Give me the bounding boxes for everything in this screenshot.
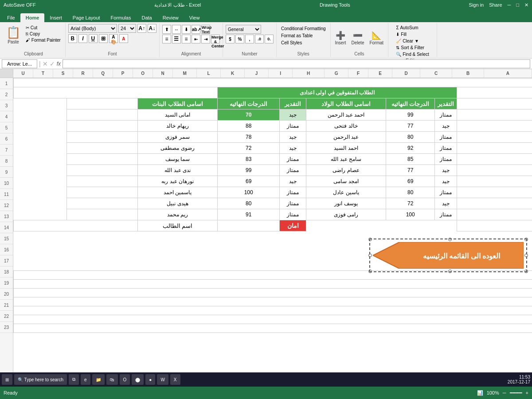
close-icon[interactable]: ✕ [524,2,528,8]
title-row: الطلاب المتفوقين في اولى اعدادى [14,87,532,98]
name-box[interactable] [2,59,37,68]
delete-button[interactable]: ➖ Delete [350,30,366,46]
taskview-button[interactable]: ⧉ [69,374,79,385]
zoom-in-icon[interactable]: + [526,390,528,395]
edge-button[interactable]: e [81,374,90,385]
align-left-button[interactable]: ≡ [162,35,171,43]
align-top-button[interactable]: ⬆ [162,25,171,34]
grid-area: U T S R Q P O N M L K J I H G F E D C B … [13,69,532,387]
empty-row [14,270,532,279]
merge-center-button[interactable]: Merge & Center [211,35,220,43]
tab-page-layout[interactable]: Page Layout [67,13,106,22]
taskbar-time: 11:53 2017-12-17 [508,375,530,384]
store-button[interactable]: 🛍 [106,374,118,385]
percent-button[interactable]: % [235,35,244,43]
header-row: التقدير الدرجات النهائيه اسامى الطلاب ال… [14,98,532,110]
table-row: جيد 69 امجد سامى جيد 69 نورهان عبد ربه [14,176,532,187]
tab-data[interactable]: Data [136,13,157,22]
tab-file[interactable]: File [2,13,20,22]
align-center-button[interactable]: ☰ [172,35,181,43]
format-button[interactable]: 📐 Format [368,30,385,46]
editing-group: Σ AutoSum ⬇ Fill 🧹 Clear ▼ ⇅ Sort & Filt… [388,23,437,57]
align-right-button[interactable]: ≡ [182,35,191,43]
chrome-button[interactable]: ⬤ [132,374,144,385]
currency-button[interactable]: $ [226,35,235,43]
autosave-label: AutoSave OFF [4,2,36,8]
styles-group: Conditional Formatting Format as Table C… [277,23,331,57]
share-label[interactable]: Share [489,2,502,8]
cell-styles-button[interactable]: Cell Styles [279,40,304,46]
autosum-button[interactable]: Σ AutoSum [394,25,430,31]
formula-input[interactable] [63,59,530,68]
word-button[interactable]: W [157,374,168,385]
underline-button[interactable]: U [89,34,98,43]
clear-button[interactable]: 🧹 Clear ▼ [394,38,430,44]
cut-button[interactable]: ✂ Cut [24,25,63,31]
zoom-slider[interactable]: ━━━━ [510,390,522,396]
zoom-level: 100% [487,390,499,395]
window-title: طلاب الاعدادية - Excel [154,2,201,8]
number-format-select[interactable]: General [226,25,261,34]
formula-bar: | ✕ ✓ fx [0,59,532,69]
data-table: الطلاب المتفوقين في اولى اعدادى التقدير … [13,78,532,333]
insert-button[interactable]: ➕ Insert [333,30,348,46]
indent-decrease-button[interactable]: ⇤ [192,35,200,43]
italic-button[interactable]: I [78,34,87,43]
tab-formulas[interactable]: Formulas [106,13,137,22]
format-as-table-button[interactable]: Format as Table [279,33,315,39]
tab-home[interactable]: Home [20,13,45,22]
zoom-out-icon[interactable]: ─ [503,390,506,395]
bold-button[interactable]: B [68,34,77,43]
font-size-select[interactable]: 24 [118,24,136,33]
windows-button[interactable]: ⊞ [2,374,12,385]
back-arrow-row-top [14,231,532,240]
tab-insert[interactable]: Insert [44,13,67,22]
svg-text:العوده الى القائمه الرئيسيه: العوده الى القائمه الرئيسيه [422,252,500,260]
row-numbers: 1 2 3 4 5 6 7 8 9 10 11 12 13 14 15 16 1… [0,69,13,387]
opera-button[interactable]: O [120,374,130,385]
decrease-decimal-button[interactable]: 0. [265,35,274,43]
tab-review[interactable]: Review [157,13,184,22]
restore-icon[interactable]: □ [516,2,519,8]
status-bar: Ready 📊 100% ─ ━━━━ + [0,387,532,399]
excel-button[interactable]: X [170,374,180,385]
table-row: ممتاز 99 احمد عبد الرحمن جيد 70 امانى ال… [14,110,532,121]
comma-button[interactable]: , [245,35,254,43]
explorer-button[interactable]: 📁 [92,374,105,385]
copy-button[interactable]: ⎘ Copy [24,31,63,37]
conditional-formatting-button[interactable]: Conditional Formatting [279,26,328,31]
drawing-tools-label: Drawing Tools [320,2,350,8]
empty-row [14,324,532,332]
minimize-icon[interactable]: ─ [508,2,511,8]
increase-decimal-button[interactable]: .0 [255,35,264,43]
alignment-group: ⬆ ↔ ⬇ ab↗ Wrap Text ≡ ☰ ≡ ⇤ ⇥ Merge & Ce… [160,23,223,57]
align-bottom-button[interactable]: ⬇ [182,25,191,34]
format-painter-button[interactable]: 🖌 Format Painter [24,37,63,43]
align-middle-button[interactable]: ↔ [172,25,181,34]
main-title-cell: الطلاب المتفوقين في اولى اعدادى [218,87,457,98]
find-select-button[interactable]: 🔍 Find & Select [394,51,430,57]
decrease-font-button[interactable]: A↓ [148,24,156,33]
paste-button[interactable]: 📋 Paste [4,25,22,45]
tab-view[interactable]: View [184,13,205,22]
empty-row [14,315,532,324]
border-button[interactable]: ⊞ [99,34,108,43]
increase-font-button[interactable]: A↑ [137,24,146,33]
empty-row [14,288,532,297]
sort-filter-button[interactable]: ⇅ Sort & Filter [394,45,430,51]
orientation-button[interactable]: ab↗ [192,25,200,34]
font-name-select[interactable]: Arial (Body) [68,24,117,33]
fx-label: fx [57,61,61,67]
table-row: ممتاز 80 ياسين عادل ممتاز 100 ياسمين احم… [14,187,532,198]
wrap-text-button[interactable]: Wrap Text [201,25,210,34]
clipboard-group: 📋 Paste ✂ Cut ⎘ Copy 🖌 Format Painter Cl… [2,23,66,57]
fill-color-button[interactable]: A🎨 [109,34,118,43]
ribbon-tabs: File Home Insert Page Layout Formulas Da… [0,10,532,22]
app1-button[interactable]: ● [145,374,155,385]
ready-label: Ready [4,390,18,395]
indent-increase-button[interactable]: ⇥ [201,35,210,43]
font-color-button[interactable]: A [119,34,128,43]
fill-button[interactable]: ⬇ Fill [394,31,430,37]
sign-in-label[interactable]: Sign in [469,2,484,8]
search-button[interactable]: 🔍 Type here to search [14,374,67,385]
